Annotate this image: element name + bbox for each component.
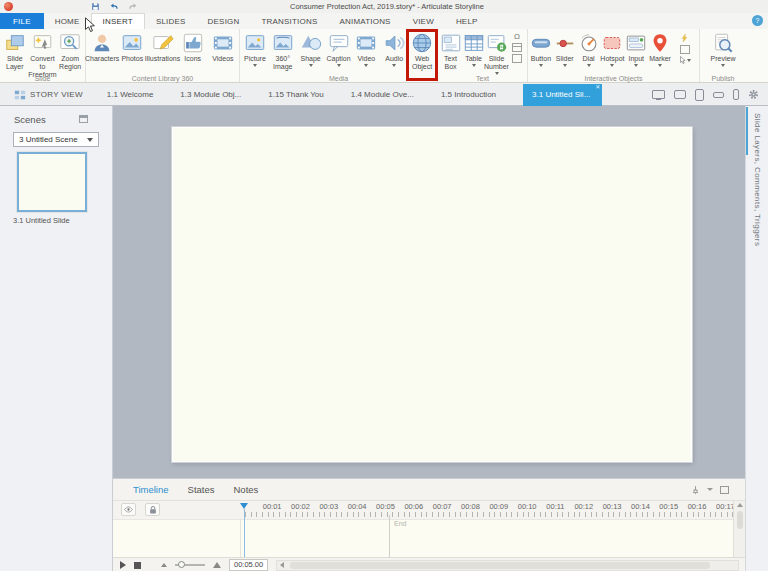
tab-animations[interactable]: ANIMATIONS — [328, 13, 401, 29]
tab-file[interactable]: FILE — [0, 13, 44, 29]
right-panel-tabs[interactable]: Slide Layers, Comments, Triggers — [746, 106, 762, 246]
zoom-out-timeline-icon[interactable] — [161, 563, 167, 567]
phone-portrait-preview-icon[interactable] — [733, 89, 739, 100]
photos-button[interactable]: Photos — [117, 30, 147, 73]
ribbon-group-label: Content Library 360 — [86, 75, 239, 82]
trigger-lightning-icon[interactable] — [680, 33, 689, 43]
timeline-horizontal-scrollbar[interactable] — [276, 560, 739, 571]
stop-button[interactable] — [134, 562, 141, 569]
show-hide-all-button[interactable] — [121, 503, 136, 516]
timeline-vertical-scrollbar[interactable] — [733, 501, 745, 557]
desktop-preview-icon[interactable] — [652, 90, 665, 99]
video-button[interactable]: Video — [352, 30, 380, 73]
icons-button[interactable]: Icons — [178, 30, 208, 73]
chevron-down-icon — [687, 59, 691, 62]
slide-tab-welcome[interactable]: 1.1 Welcome — [107, 90, 154, 99]
ruler-tick-label: 00:11 — [541, 502, 569, 512]
tab-insert[interactable]: INSERT — [91, 13, 145, 29]
tablet-portrait-preview-icon[interactable] — [695, 89, 704, 101]
tab-view[interactable]: VIEW — [402, 13, 445, 29]
tab-help[interactable]: HELP — [445, 13, 489, 29]
panel-layout-icon[interactable] — [720, 486, 729, 494]
cursor-tool[interactable] — [679, 56, 691, 65]
lock-all-button[interactable] — [145, 503, 160, 516]
story-view-tab[interactable]: STORY VIEW — [14, 89, 83, 101]
symbol-omega-icon[interactable]: Ω — [514, 33, 520, 41]
slide-tab-untitled-active[interactable]: 3.1 Untitled Sli... ✕ — [523, 84, 602, 106]
tab-design[interactable]: DESIGN — [197, 13, 251, 29]
states-tab[interactable]: States — [188, 484, 215, 495]
dial-button[interactable]: Dial — [577, 30, 601, 73]
reference-icon[interactable] — [512, 43, 522, 52]
chevron-down-icon — [364, 64, 368, 67]
zoom-in-timeline-icon[interactable] — [213, 562, 221, 568]
timeline-ruler[interactable]: 00:0100:0200:0300:0400:0500:0600:0700:08… — [258, 502, 733, 512]
preview-magnifier-icon — [712, 32, 734, 54]
marker-icon — [649, 32, 671, 54]
timeline-tab[interactable]: Timeline — [133, 484, 169, 495]
marker-button[interactable]: Marker — [648, 30, 672, 73]
picture-button[interactable]: Picture — [241, 30, 269, 73]
tab-slides[interactable]: SLIDES — [145, 13, 197, 29]
convert-to-freeform-button[interactable]: Convert to Freeform — [29, 30, 57, 78]
pin-icon[interactable] — [691, 485, 700, 495]
scroll-left-arrow-icon[interactable] — [280, 562, 284, 568]
illustrations-button[interactable]: Illustrations — [147, 30, 177, 73]
chevron-down-icon[interactable] — [707, 488, 713, 491]
caption-button[interactable]: Caption — [325, 30, 353, 73]
slide-tab-thank-you[interactable]: 1.15 Thank You — [268, 90, 323, 99]
timeline-zoom-slider[interactable] — [175, 564, 205, 566]
ruler-tick-label: 00:16 — [683, 502, 711, 512]
slide-end-marker-line[interactable] — [389, 515, 390, 557]
story-view-grid-icon — [14, 89, 26, 101]
timeline-tracks-area[interactable] — [113, 519, 733, 557]
collapse-panel-icon[interactable] — [79, 115, 88, 123]
ruler-tick-label: 00:03 — [315, 502, 343, 512]
text-box-button[interactable]: Text Box — [439, 30, 462, 75]
redo-arrow-icon — [128, 2, 138, 11]
picture-icon — [244, 32, 266, 54]
shape-button[interactable]: Shape — [297, 30, 325, 73]
redo-button[interactable] — [128, 2, 138, 11]
scene-selector-dropdown[interactable]: 3 Untitled Scene — [13, 132, 99, 147]
undo-button[interactable] — [109, 2, 119, 11]
play-button[interactable] — [120, 561, 126, 569]
dial-icon — [578, 32, 600, 54]
slide-number-button[interactable]: Slide Number — [485, 30, 508, 75]
zoom-slider-knob[interactable] — [178, 561, 185, 568]
scrollbar-thumb[interactable] — [737, 511, 743, 529]
input-button[interactable]: Input — [624, 30, 648, 73]
slide-layer-button[interactable]: Slide Layer — [1, 30, 29, 78]
scrollbar-thumb[interactable] — [290, 562, 710, 569]
scroll-up-arrow-icon[interactable] — [737, 503, 743, 507]
web-object-button[interactable]: Web Object — [408, 30, 436, 73]
slide-thumbnail[interactable] — [17, 152, 87, 212]
cursor-arrow-icon — [679, 56, 686, 65]
slide-canvas[interactable] — [172, 127, 692, 462]
slide-tab-introduction[interactable]: 1.5 Introduction — [441, 90, 496, 99]
gear-icon[interactable] — [748, 89, 759, 100]
tablet-landscape-preview-icon[interactable] — [674, 90, 686, 99]
close-tab-icon[interactable]: ✕ — [595, 84, 600, 90]
scrolling-panel-icon[interactable] — [680, 45, 690, 54]
preview-button[interactable]: Preview — [701, 30, 745, 73]
slide-tab-module-overview[interactable]: 1.4 Module Ove... — [351, 90, 414, 99]
slide-tab-module-objectives[interactable]: 1.3 Module Obj... — [180, 90, 241, 99]
ruler-tick-label: 00:04 — [343, 502, 371, 512]
image-360-button[interactable]: 360° Image — [269, 30, 297, 73]
videos-button[interactable]: Videos — [208, 30, 238, 73]
zoom-region-button[interactable]: Zoom Region — [56, 30, 84, 78]
button-button[interactable]: Button — [529, 30, 553, 73]
tab-transitions[interactable]: TRANSITIONS — [250, 13, 328, 29]
ruler-tick-label: 00:14 — [626, 502, 654, 512]
slider-button[interactable]: Slider — [553, 30, 577, 73]
hotspot-button[interactable]: Hotspot — [600, 30, 624, 73]
table-button[interactable]: Table — [462, 30, 485, 75]
help-icon[interactable]: ? — [752, 15, 763, 26]
lock-text-icon[interactable] — [512, 54, 522, 63]
ribbon-group-media: Picture 360° Image Shape Caption — [240, 29, 438, 82]
save-button[interactable] — [91, 2, 100, 11]
notes-tab[interactable]: Notes — [233, 484, 258, 495]
audio-button[interactable]: Audio — [380, 30, 408, 73]
phone-landscape-preview-icon[interactable] — [713, 92, 724, 98]
